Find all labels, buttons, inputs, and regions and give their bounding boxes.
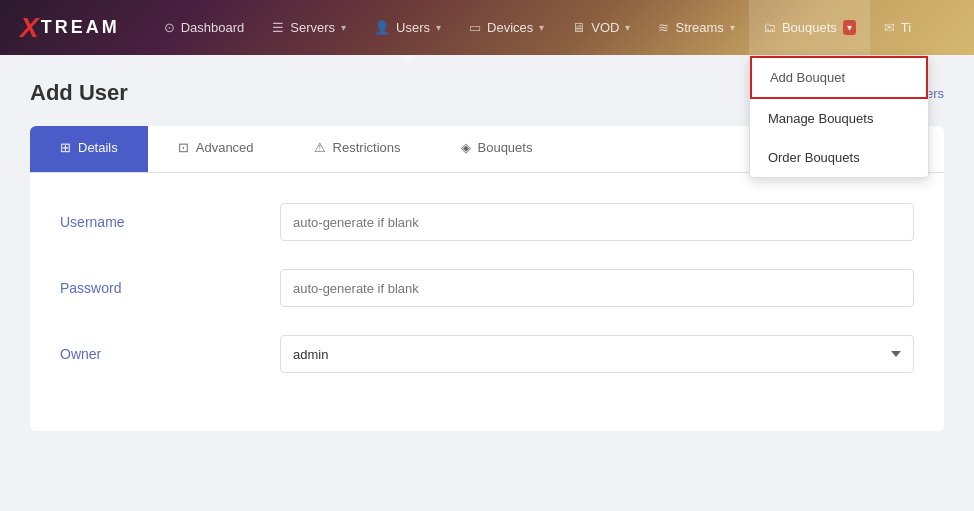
- dashboard-icon: ⊙: [164, 20, 175, 35]
- logo-text: TREAM: [41, 17, 120, 38]
- bouquets-tab-icon: ◈: [461, 140, 471, 155]
- nav-label-streams: Streams: [675, 20, 723, 35]
- dropdown-add-bouquet[interactable]: Add Bouquet: [750, 56, 928, 99]
- tickets-icon: ✉: [884, 20, 895, 35]
- nav-item-tickets[interactable]: ✉ Ti: [870, 0, 925, 55]
- password-row: Password: [60, 269, 914, 307]
- username-label: Username: [60, 214, 280, 230]
- vod-chevron-icon: ▾: [625, 22, 630, 33]
- tab-bouquets[interactable]: ◈ Bouquets: [431, 126, 563, 172]
- dropdown-manage-bouquets[interactable]: Manage Bouquets: [750, 99, 928, 138]
- devices-chevron-icon: ▾: [539, 22, 544, 33]
- nav-label-dashboard: Dashboard: [181, 20, 245, 35]
- main-nav: ⊙ Dashboard ☰ Servers ▾ 👤 Users ▾ ▭ Devi…: [150, 0, 925, 55]
- servers-chevron-icon: ▾: [341, 22, 346, 33]
- logo[interactable]: X TREAM: [20, 12, 120, 44]
- devices-icon: ▭: [469, 20, 481, 35]
- nav-item-devices[interactable]: ▭ Devices ▾: [455, 0, 558, 55]
- page-title: Add User: [30, 80, 128, 106]
- tab-restrictions[interactable]: ⚠ Restrictions: [284, 126, 431, 172]
- bouquets-icon: 🗂: [763, 20, 776, 35]
- advanced-tab-icon: ⊡: [178, 140, 189, 155]
- nav-item-streams[interactable]: ≋ Streams ▾: [644, 0, 748, 55]
- users-chevron-icon: ▾: [436, 22, 441, 33]
- username-input[interactable]: [280, 203, 914, 241]
- tab-details[interactable]: ⊞ Details: [30, 126, 148, 172]
- nav-item-vod[interactable]: 🖥 VOD ▾: [558, 0, 644, 55]
- tab-advanced[interactable]: ⊡ Advanced: [148, 126, 284, 172]
- form-container: Username Password Owner admin: [30, 173, 944, 431]
- nav-label-servers: Servers: [290, 20, 335, 35]
- username-row: Username: [60, 203, 914, 241]
- restrictions-tab-icon: ⚠: [314, 140, 326, 155]
- nav-label-devices: Devices: [487, 20, 533, 35]
- bouquets-chevron-icon: ▾: [843, 20, 856, 35]
- nav-item-servers[interactable]: ☰ Servers ▾: [258, 0, 360, 55]
- vod-icon: 🖥: [572, 20, 585, 35]
- dropdown-order-bouquets[interactable]: Order Bouquets: [750, 138, 928, 177]
- logo-x-icon: X: [20, 12, 39, 44]
- owner-label: Owner: [60, 346, 280, 362]
- tab-bouquets-label: Bouquets: [478, 140, 533, 155]
- nav-indicator: [398, 55, 418, 65]
- servers-icon: ☰: [272, 20, 284, 35]
- nav-label-users: Users: [396, 20, 430, 35]
- tab-restrictions-label: Restrictions: [333, 140, 401, 155]
- tab-advanced-label: Advanced: [196, 140, 254, 155]
- nav-label-vod: VOD: [591, 20, 619, 35]
- owner-row: Owner admin: [60, 335, 914, 373]
- password-input[interactable]: [280, 269, 914, 307]
- nav-item-users[interactable]: 👤 Users ▾: [360, 0, 455, 55]
- nav-item-dashboard[interactable]: ⊙ Dashboard: [150, 0, 259, 55]
- owner-select[interactable]: admin: [280, 335, 914, 373]
- header: X TREAM ⊙ Dashboard ☰ Servers ▾ 👤 Users …: [0, 0, 974, 55]
- password-label: Password: [60, 280, 280, 296]
- bouquets-dropdown: Add Bouquet Manage Bouquets Order Bouque…: [749, 55, 929, 178]
- streams-chevron-icon: ▾: [730, 22, 735, 33]
- tab-details-label: Details: [78, 140, 118, 155]
- nav-label-bouquets: Bouquets: [782, 20, 837, 35]
- nav-item-bouquets[interactable]: 🗂 Bouquets ▾ Add Bouquet Manage Bouquets…: [749, 0, 870, 55]
- streams-icon: ≋: [658, 20, 669, 35]
- nav-label-tickets: Ti: [901, 20, 911, 35]
- users-icon: 👤: [374, 20, 390, 35]
- details-tab-icon: ⊞: [60, 140, 71, 155]
